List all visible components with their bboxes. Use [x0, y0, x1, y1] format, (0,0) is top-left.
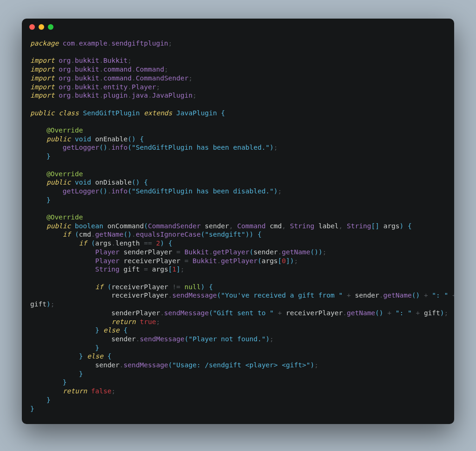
- code-window: package com.example.sendgiftplugin; impo…: [22, 19, 454, 424]
- source-code: package com.example.sendgiftplugin; impo…: [22, 35, 454, 424]
- traffic-light-zoom-icon[interactable]: [48, 24, 53, 30]
- method-onEnable: onEnable: [95, 135, 128, 143]
- method-onCommand: onCommand: [107, 222, 144, 230]
- keyword-package: package: [30, 40, 59, 47]
- traffic-light-close-icon[interactable]: [29, 24, 35, 30]
- class-name: SendGiftPlugin: [83, 109, 140, 117]
- window-titlebar: [22, 19, 454, 35]
- annotation-override: @Override: [46, 126, 83, 134]
- method-onDisable: onDisable: [95, 179, 132, 186]
- traffic-light-minimize-icon[interactable]: [39, 24, 44, 30]
